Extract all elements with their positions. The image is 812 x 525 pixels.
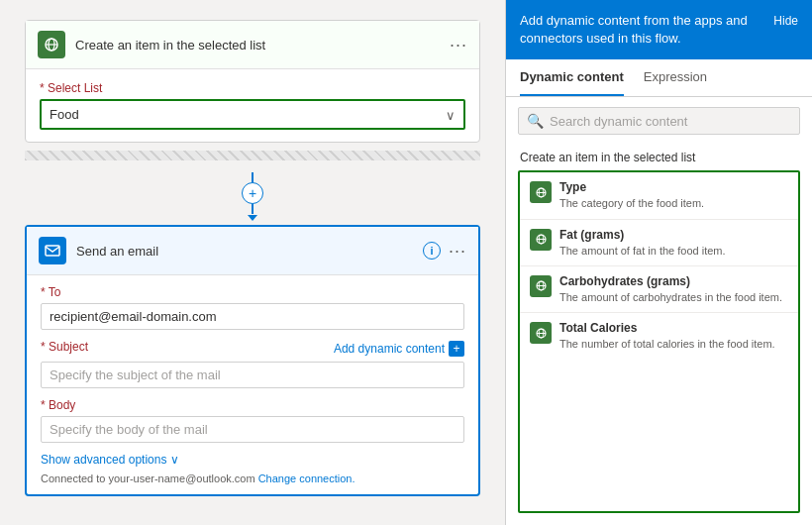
subject-input[interactable] [41,362,464,388]
search-box: 🔍 [518,107,800,135]
create-item-header: Create an item in the selected list ··· [26,21,479,69]
item-description: The number of total calories in the food… [559,337,788,351]
show-advanced-label: Show advanced options [41,453,166,467]
add-step-button[interactable]: + [242,182,263,204]
globe-item-icon [535,327,548,340]
email-card-menu[interactable]: ··· [449,241,466,262]
dynamic-list-item[interactable]: Fat (grams) The amount of fat in the foo… [520,220,798,266]
connector-line-bottom [252,204,254,214]
create-item-icon [38,31,65,58]
body-field-row: * Body [41,398,464,443]
globe-item-icon [535,233,548,246]
create-item-card: Create an item in the selected list ··· … [25,20,480,143]
item-description: The category of the food item. [559,196,788,210]
item-globe-icon [530,229,552,251]
subject-field-row: * Subject Add dynamic content + [41,340,464,388]
connector-arrow [248,215,257,221]
create-item-menu[interactable]: ··· [450,35,467,55]
connection-info: Connected to your-user-name@outlook.com … [41,472,464,484]
item-title: Fat (grams) [559,228,788,242]
item-globe-icon [530,322,552,344]
chevron-down-icon: ∨ [170,453,179,467]
item-content: Carbohydrates (grams) The amount of carb… [559,274,788,304]
create-item-body: * Select List Food ∨ [26,69,479,142]
email-icon [39,237,66,264]
item-description: The amount of carbohydrates in the food … [559,290,788,304]
globe-item-icon [535,279,548,292]
connector-line-top [252,172,254,182]
send-email-card: Send an email i ··· * To * Subject Add d… [25,225,480,496]
svg-rect-3 [46,246,59,256]
section-title: Create an item in the selected list [506,145,812,170]
create-item-title: Create an item in the selected list [75,38,450,52]
item-content: Total Calories The number of total calor… [559,321,788,351]
dynamic-content-list: Type The category of the food item. Fat … [518,170,800,513]
info-button[interactable]: i [423,242,441,260]
to-input[interactable] [41,303,464,330]
add-dynamic-content-button[interactable]: Add dynamic content + [334,341,464,357]
dynamic-list-item[interactable]: Total Calories The number of total calor… [520,313,798,359]
hide-button[interactable]: Hide [773,12,798,28]
subject-label: * Subject [41,340,88,354]
search-dynamic-input[interactable] [550,114,791,129]
body-label: * Body [41,398,464,412]
panel-tabs: Dynamic content Expression [506,59,812,97]
search-icon: 🔍 [527,113,544,129]
item-globe-icon [530,181,552,203]
select-list-dropdown[interactable]: Food [42,101,463,128]
panel-header-text: Add dynamic content from the apps and co… [520,12,773,48]
tab-dynamic-content[interactable]: Dynamic content [520,59,624,96]
add-connector: + [242,172,263,221]
body-input[interactable] [41,416,464,443]
dynamic-list-item[interactable]: Carbohydrates (grams) The amount of carb… [520,266,798,313]
add-dynamic-label: Add dynamic content [334,342,445,356]
to-label: * To [41,285,464,299]
globe-icon [44,37,59,52]
dynamic-list-item[interactable]: Type The category of the food item. [520,172,798,219]
item-title: Total Calories [559,321,788,335]
email-card-header: Send an email i ··· [27,227,478,275]
item-globe-icon [530,275,552,297]
item-content: Type The category of the food item. [559,180,788,210]
email-card-title: Send an email [76,244,423,259]
item-title: Carbohydrates (grams) [559,274,788,288]
select-list-wrapper: Food ∨ [40,99,465,130]
connected-text: Connected to your-user-name@outlook.com [41,472,255,484]
dynamic-content-panel: Add dynamic content from the apps and co… [505,0,812,525]
tab-expression[interactable]: Expression [644,59,707,96]
item-description: The amount of fat in the food item. [559,244,788,258]
globe-item-icon [535,186,548,199]
to-field-row: * To [41,285,464,330]
stripe-separator [25,151,480,160]
subject-row: * Subject Add dynamic content + [41,340,464,358]
change-connection-link[interactable]: Change connection. [258,472,355,484]
select-list-label: * Select List [40,81,465,95]
show-advanced-button[interactable]: Show advanced options ∨ [41,453,464,467]
item-content: Fat (grams) The amount of fat in the foo… [559,228,788,258]
envelope-icon [45,243,60,259]
email-card-body: * To * Subject Add dynamic content + * B… [27,275,478,494]
add-dynamic-plus-icon: + [449,341,464,357]
panel-header: Add dynamic content from the apps and co… [506,0,812,59]
item-title: Type [559,180,788,194]
